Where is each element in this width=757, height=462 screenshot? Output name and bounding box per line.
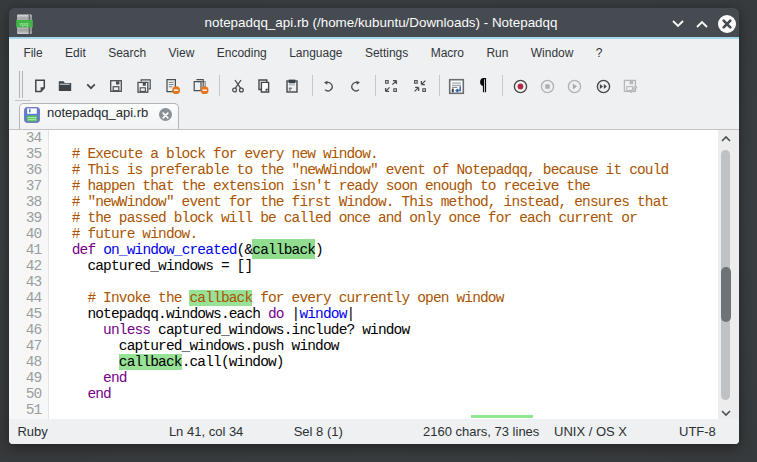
svg-text:npq: npq	[19, 20, 28, 26]
